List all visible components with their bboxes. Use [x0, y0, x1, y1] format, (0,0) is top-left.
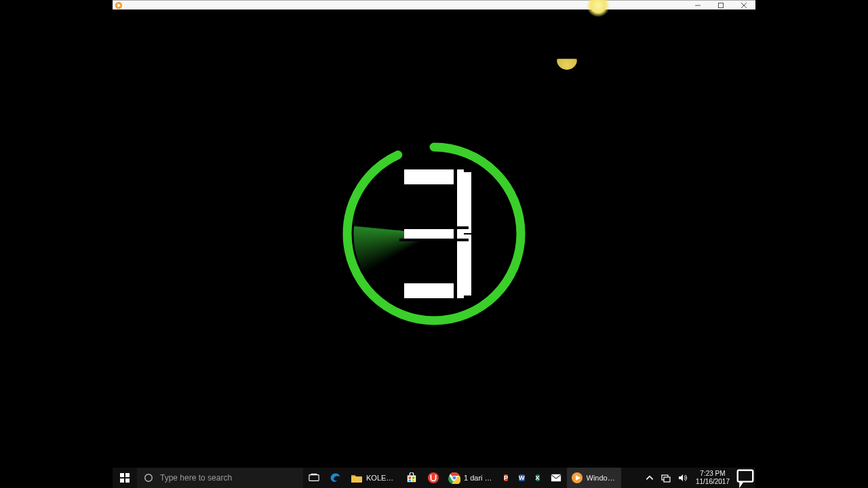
search-box[interactable]: Type here to search: [137, 468, 303, 488]
svg-rect-16: [412, 476, 415, 479]
svg-rect-15: [409, 476, 412, 479]
svg-rect-22: [551, 474, 560, 482]
maximize-button[interactable]: [709, 1, 732, 9]
sun-glow-icon: [587, 0, 610, 17]
countdown-widget: 3: [339, 139, 529, 329]
svg-rect-18: [412, 480, 415, 482]
taskbar-item-powerpoint[interactable]: P: [498, 468, 513, 488]
system-tray: 7:23 PM 11/16/2017: [642, 468, 755, 488]
mail-icon: [551, 472, 561, 483]
svg-rect-7: [120, 473, 124, 477]
start-button[interactable]: [113, 468, 137, 488]
taskbar-item-store[interactable]: [401, 468, 422, 488]
taskbar-item-media-player[interactable]: Windows...: [567, 468, 621, 488]
svg-rect-26: [664, 477, 670, 482]
player-titlebar: [113, 0, 755, 9]
window-controls: [686, 1, 755, 9]
clock-date: 11/16/2017: [696, 478, 730, 486]
taskbar-item-folder[interactable]: KOLEKSI ...: [347, 468, 401, 488]
svg-rect-12: [309, 475, 319, 481]
tray-overflow-button[interactable]: [642, 473, 658, 483]
svg-rect-13: [311, 474, 317, 475]
svg-point-11: [145, 474, 153, 482]
svg-rect-8: [125, 473, 130, 477]
task-view-button[interactable]: [303, 468, 325, 488]
cortana-icon: [144, 473, 153, 483]
taskbar-item-mail[interactable]: [545, 468, 567, 488]
utorrent-icon: [428, 472, 439, 483]
countdown-digit: 3: [339, 139, 529, 329]
action-center-button[interactable]: [735, 468, 755, 488]
app-icon: [115, 1, 123, 9]
edge-button[interactable]: [325, 468, 347, 488]
taskbar-item-chrome[interactable]: 1 dari 1 t...: [444, 468, 498, 488]
clock-time: 7:23 PM: [700, 470, 725, 478]
taskbar-item-excel[interactable]: X: [530, 468, 545, 488]
taskbar: Type here to search KOLEKSI ... 1 dari 1…: [113, 468, 755, 488]
search-placeholder: Type here to search: [160, 473, 232, 483]
powerpoint-icon: P: [504, 474, 508, 481]
excel-icon: X: [536, 474, 540, 481]
volume-icon[interactable]: [674, 473, 690, 483]
minimize-button[interactable]: [686, 1, 709, 9]
folder-icon: [351, 472, 363, 484]
svg-rect-3: [719, 3, 724, 7]
taskbar-clock[interactable]: 7:23 PM 11/16/2017: [690, 470, 735, 486]
word-icon: W: [519, 474, 525, 481]
taskbar-item-word[interactable]: W: [513, 468, 530, 488]
network-icon[interactable]: [658, 473, 674, 483]
svg-rect-27: [738, 470, 753, 482]
chrome-icon: [448, 472, 460, 484]
taskbar-item-utorrent[interactable]: [422, 468, 444, 488]
svg-rect-9: [120, 479, 124, 483]
close-button[interactable]: [732, 1, 755, 9]
media-player-icon: [571, 472, 583, 484]
sun-half-icon: [557, 49, 577, 70]
svg-rect-17: [409, 480, 412, 482]
store-icon: [406, 472, 417, 483]
svg-rect-10: [125, 479, 130, 483]
